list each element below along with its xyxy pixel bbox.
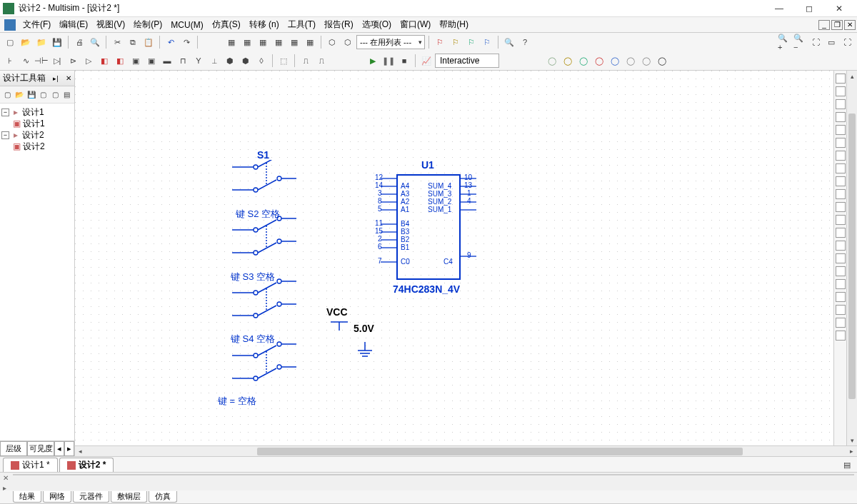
- tree-design1[interactable]: − ▸ 设计1: [1, 106, 73, 118]
- instr-logic-a[interactable]: [836, 176, 846, 186]
- grid5-button[interactable]: ▦: [287, 35, 301, 49]
- schematic-canvas[interactable]: S1 键 S2 空格 键 S3 空格: [75, 71, 857, 445]
- sim-mode-combo[interactable]: Interactive: [435, 54, 499, 68]
- stop-button[interactable]: ■: [397, 54, 411, 68]
- comp-basic-button[interactable]: ⊦: [3, 54, 17, 68]
- tab-nets[interactable]: 网络: [43, 491, 71, 503]
- menu-view[interactable]: 视图(V): [92, 17, 129, 32]
- print-button[interactable]: 🖨: [72, 35, 86, 49]
- chip-u1-ref[interactable]: U1: [421, 159, 434, 171]
- maximize-button[interactable]: ◻: [794, 1, 824, 16]
- design-tree[interactable]: − ▸ 设计1 ▣ 设计1 − ▸ 设计2 ▣ 设计2: [0, 104, 74, 440]
- probe7-button[interactable]: ◯: [639, 54, 653, 68]
- switch-bank[interactable]: [232, 160, 296, 410]
- tab-overflow-icon[interactable]: ▤: [840, 458, 854, 472]
- grid1-button[interactable]: ▦: [224, 35, 239, 49]
- instr-freq[interactable]: [836, 151, 846, 161]
- comp-misc-button[interactable]: ▣: [144, 54, 159, 68]
- instr-scope[interactable]: [836, 112, 846, 122]
- comp-diode-button[interactable]: ▷|: [50, 54, 64, 68]
- menu-window[interactable]: 窗口(W): [396, 17, 435, 32]
- probe8-button[interactable]: ◯: [655, 54, 669, 68]
- tab-copper[interactable]: 敷铜层: [111, 491, 147, 503]
- tb-b-icon[interactable]: ▢: [50, 89, 61, 101]
- vscroll-thumb[interactable]: [848, 114, 856, 399]
- horizontal-scrollbar[interactable]: ◂ ▸: [75, 445, 857, 456]
- tb-new-icon[interactable]: ▢: [2, 89, 13, 101]
- comp-pwr-button[interactable]: ⬢: [223, 54, 237, 68]
- scroll-up-icon[interactable]: ▴: [847, 71, 857, 81]
- probe2-button[interactable]: ◯: [561, 54, 575, 68]
- switch-eq-key[interactable]: 键 = 空格: [218, 395, 256, 408]
- comp-ind-button[interactable]: ⬢: [239, 54, 253, 68]
- tab-hierarchy[interactable]: 层级: [0, 441, 27, 456]
- spreadsheet-pin-icon[interactable]: ▸: [3, 484, 11, 493]
- open2-button[interactable]: 📁: [34, 35, 49, 49]
- instr-logic-c[interactable]: [836, 189, 846, 199]
- menu-mcu[interactable]: MCU(M): [166, 19, 207, 31]
- instr-ag-scope[interactable]: [836, 279, 846, 289]
- new-button[interactable]: ▢: [3, 35, 17, 49]
- doc-tab-design1[interactable]: 设计1 *: [3, 458, 58, 472]
- tab-results[interactable]: 结果: [13, 491, 41, 503]
- undo-button[interactable]: ↶: [164, 35, 178, 49]
- hscroll-thumb[interactable]: [257, 448, 743, 455]
- scroll-right-icon[interactable]: ▸: [846, 448, 857, 455]
- copy-button[interactable]: ⧉: [126, 35, 140, 49]
- flag-b-button[interactable]: ⚐: [480, 35, 494, 49]
- comp-mech-button[interactable]: Y: [191, 54, 206, 68]
- probe1-button[interactable]: ◯: [545, 54, 559, 68]
- tab-simulation[interactable]: 仿真: [149, 491, 177, 503]
- instr-iv[interactable]: [836, 202, 846, 212]
- instr-4ch[interactable]: [836, 125, 846, 135]
- paste-button[interactable]: 📋: [141, 35, 156, 49]
- scroll-down-icon[interactable]: ▾: [847, 435, 857, 445]
- doc-tab-design2[interactable]: 设计2 *: [59, 458, 114, 472]
- flag-g-button[interactable]: ⚐: [464, 35, 478, 49]
- toolbox-close-icon[interactable]: ✕: [66, 74, 71, 82]
- link2-button[interactable]: ⬡: [341, 35, 355, 49]
- scroll-left-icon[interactable]: ◂: [75, 448, 86, 455]
- grid2-button[interactable]: ▦: [240, 35, 254, 49]
- comp-mcu-button[interactable]: ▣: [129, 54, 143, 68]
- probe6-button[interactable]: ◯: [623, 54, 638, 68]
- comp-disp-button[interactable]: ▬: [160, 54, 174, 68]
- mdi-close[interactable]: ✕: [844, 20, 856, 30]
- collapse-icon[interactable]: −: [1, 131, 9, 139]
- vcc-gnd-symbol[interactable]: [331, 316, 374, 366]
- tab-visibility[interactable]: 可见度: [27, 441, 54, 456]
- grid4-button[interactable]: ▦: [271, 35, 286, 49]
- zoom-tool-button[interactable]: 🔍: [502, 35, 516, 49]
- probe-v-button[interactable]: ⎍: [299, 54, 313, 68]
- tab-components[interactable]: 元器件: [73, 491, 109, 503]
- zoom-in-button[interactable]: 🔍+: [777, 35, 791, 49]
- comp-opamp-button[interactable]: ▷: [81, 54, 96, 68]
- grid6-button[interactable]: ▦: [303, 35, 317, 49]
- probe5-button[interactable]: ◯: [608, 54, 622, 68]
- save-button[interactable]: 💾: [50, 35, 64, 49]
- switch-s1-ref[interactable]: S1: [257, 149, 269, 161]
- menu-reports[interactable]: 报告(R): [320, 17, 358, 32]
- collapse-icon[interactable]: −: [1, 109, 9, 116]
- comp-trans-button[interactable]: ⊳: [66, 54, 80, 68]
- toolbox-pin-icon[interactable]: ▸|: [53, 75, 58, 82]
- instr-word[interactable]: [836, 163, 846, 173]
- instr-bode[interactable]: [836, 138, 846, 148]
- interactive-icon[interactable]: 📈: [419, 54, 433, 68]
- tb-save-icon[interactable]: 💾: [26, 89, 36, 101]
- instr-gen[interactable]: [836, 86, 846, 96]
- tb-a-icon[interactable]: ▢: [38, 89, 49, 101]
- instr-tek[interactable]: [836, 292, 846, 302]
- tree-design2-sheet[interactable]: ▣ 设计2: [1, 141, 73, 152]
- tb-open-icon[interactable]: 📂: [14, 89, 25, 101]
- switch-s4-key[interactable]: 键 S4 空格: [231, 333, 275, 346]
- fullscreen-button[interactable]: ⛶: [840, 35, 854, 49]
- switch-s2-key[interactable]: 键 S2 空格: [236, 208, 280, 221]
- comp-ic-button[interactable]: ◧: [97, 54, 111, 68]
- comp-rf-button[interactable]: ⟂: [207, 54, 221, 68]
- instr-spec[interactable]: [836, 228, 846, 238]
- pause-button[interactable]: ❚❚: [381, 54, 396, 68]
- spreadsheet-close-icon[interactable]: ✕: [3, 474, 11, 483]
- instr-curr[interactable]: [836, 331, 846, 341]
- link1-button[interactable]: ⬡: [325, 35, 339, 49]
